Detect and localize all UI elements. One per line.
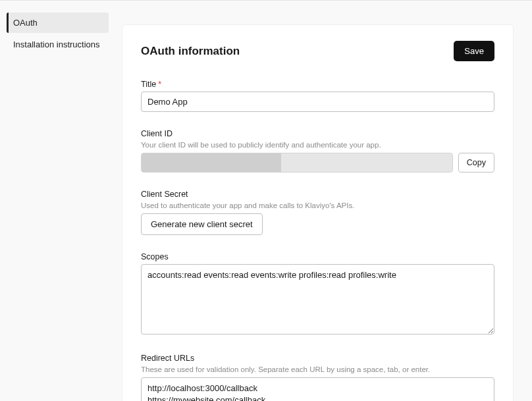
sidebar-item-label: OAuth bbox=[13, 18, 38, 28]
redirect-urls-label: Redirect URLs bbox=[141, 354, 494, 363]
save-button[interactable]: Save bbox=[454, 41, 494, 61]
field-group-redirect-urls: Redirect URLs These are used for validat… bbox=[141, 354, 494, 401]
redirect-urls-help: These are used for validation only. Sepa… bbox=[141, 365, 494, 373]
sidebar-item-installation-instructions[interactable]: Installation instructions bbox=[7, 34, 109, 55]
client-id-label: Client ID bbox=[141, 129, 494, 138]
title-label-text: Title bbox=[141, 80, 156, 89]
redirect-urls-textarea[interactable] bbox=[141, 377, 494, 401]
sidebar-item-oauth[interactable]: OAuth bbox=[7, 13, 109, 33]
content-area: OAuth information Save Title* Client ID … bbox=[115, 1, 532, 401]
copy-button[interactable]: Copy bbox=[458, 153, 494, 173]
page-root: OAuth Installation instructions OAuth in… bbox=[0, 0, 532, 401]
scopes-label: Scopes bbox=[141, 252, 494, 261]
oauth-card: OAuth information Save Title* Client ID … bbox=[122, 24, 514, 401]
title-label: Title* bbox=[141, 80, 494, 89]
field-group-scopes: Scopes bbox=[141, 252, 494, 336]
client-id-help: Your client ID will be used to publicly … bbox=[141, 141, 494, 149]
sidebar: OAuth Installation instructions bbox=[0, 1, 115, 401]
client-id-value-box bbox=[141, 153, 453, 173]
title-input[interactable] bbox=[141, 92, 494, 112]
generate-client-secret-button[interactable]: Generate new client secret bbox=[141, 213, 263, 235]
client-secret-help: Used to authenticate your app and make c… bbox=[141, 201, 494, 209]
page-title: OAuth information bbox=[141, 45, 240, 58]
required-asterisk: * bbox=[158, 80, 161, 89]
sidebar-item-label: Installation instructions bbox=[13, 40, 100, 49]
field-group-client-secret: Client Secret Used to authenticate your … bbox=[141, 190, 494, 235]
client-secret-label: Client Secret bbox=[141, 190, 494, 199]
field-group-client-id: Client ID Your client ID will be used to… bbox=[141, 129, 494, 173]
field-group-title: Title* bbox=[141, 80, 494, 112]
client-id-row: Copy bbox=[141, 153, 494, 173]
card-header: OAuth information Save bbox=[141, 41, 494, 61]
scopes-textarea[interactable] bbox=[141, 264, 494, 334]
